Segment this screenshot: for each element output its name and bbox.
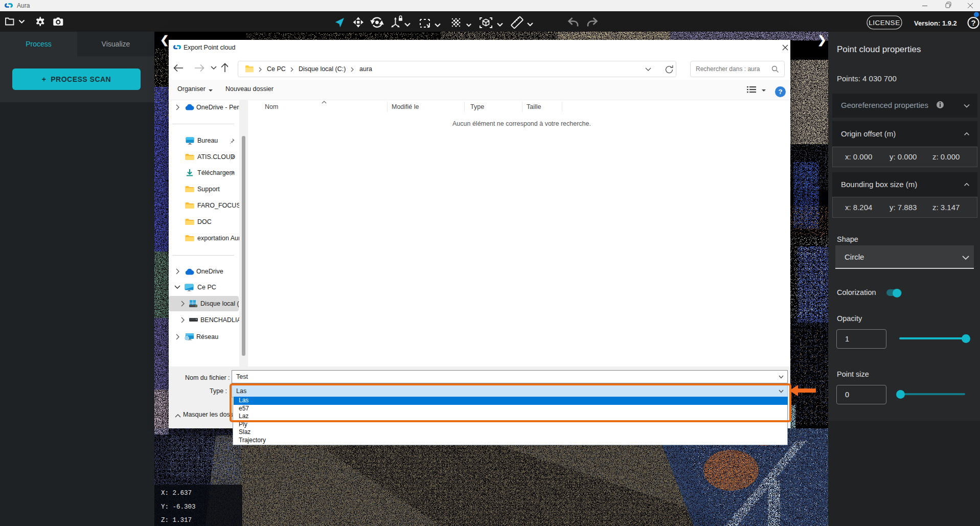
svg-text:Version: 1.9.2: Version: 1.9.2 xyxy=(914,19,957,27)
svg-text:?: ? xyxy=(971,18,975,27)
svg-text:LICENSE: LICENSE xyxy=(869,19,900,27)
